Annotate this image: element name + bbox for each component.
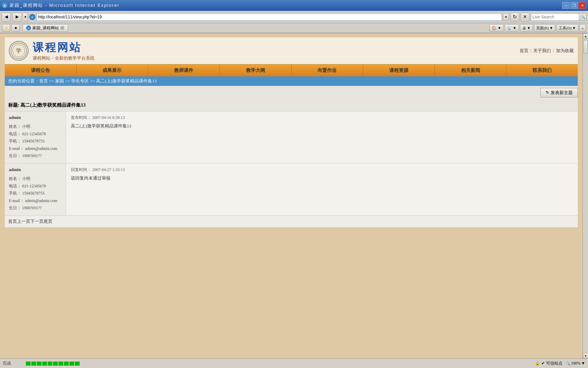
refresh-button[interactable]: ↻: [510, 13, 519, 21]
address-bar: ◀ ▶ ▼ e ▼ ↻ ✕ 🔍: [0, 11, 588, 23]
add-favorites-button[interactable]: ★: [2, 24, 10, 32]
tools-button[interactable]: 工具(O) ▼: [556, 24, 578, 32]
pagination: 首页上一页下一页尾页: [5, 216, 578, 227]
phone-label: 电话：: [9, 132, 21, 136]
nav-item-syllabus[interactable]: 教学大纲: [220, 65, 292, 76]
address-input[interactable]: [36, 13, 502, 21]
progress-bar: [26, 362, 80, 366]
nav-item-announcement[interactable]: 课程公告: [5, 65, 77, 76]
post-reply-meta: 回复时间： 2007-04-27 1:33:13: [71, 167, 573, 173]
post-btn-row: ✎ 发表新主题: [5, 86, 578, 99]
search-button[interactable]: 🔍: [579, 14, 586, 20]
favorites-bar: ★ ★ e 家园_课程网站 × 🏠 ▼ 📡 ▼ 🖨 ▼ 页面(E) ▼ 工具(O…: [0, 23, 588, 33]
home-link[interactable]: 首页: [520, 48, 528, 54]
tab-icon: e: [26, 26, 31, 30]
search-input[interactable]: [531, 14, 579, 20]
window-title: 家园_课程网站 - Microsoft Internet Explorer: [10, 2, 119, 9]
minimize-button[interactable]: ─: [562, 2, 570, 9]
search-wrap: 🔍: [531, 13, 587, 21]
author-mobile-row-2: 手机： 15945678755: [9, 190, 62, 197]
window-controls: ─ ❐ ✕: [562, 2, 586, 9]
favorites-menu-button[interactable]: ★: [12, 24, 20, 32]
checkmark-icon: ✔: [541, 361, 545, 366]
close-button[interactable]: ✕: [578, 2, 586, 9]
post-publish-meta: 发布时间： 2007-04-16 8:39:13: [71, 115, 573, 121]
stop-button[interactable]: ✕: [521, 13, 529, 21]
author-name-value-2: 小明: [22, 176, 30, 181]
tab-bar: e 家园_课程网站 ×: [22, 24, 488, 32]
zoom-control[interactable]: 🔍 100% ▼: [565, 361, 585, 366]
page-wrap: 学 课程网站 课程网站－全新的教学平台系统 首页 | 关于我们 | 加为收藏 课…: [0, 33, 583, 227]
bookmark-link[interactable]: 加为收藏: [556, 48, 574, 54]
nav-item-resources[interactable]: 课程资源: [363, 65, 435, 76]
nav-item-results[interactable]: 成果展示: [77, 65, 148, 76]
home-button[interactable]: 🏠 ▼: [489, 24, 504, 32]
address-field-wrap: e ▼: [29, 13, 509, 21]
post-author-col: admin 姓名： 小明 电话： 021-12345678 手机： 159456…: [5, 111, 66, 163]
browser-content: 学 课程网站 课程网站－全新的教学平台系统 首页 | 关于我们 | 加为收藏 课…: [0, 33, 588, 358]
back-button[interactable]: ◀: [1, 13, 11, 21]
status-right: 🔒 ✔ 可信站点 🔍 100% ▼: [535, 361, 585, 366]
restore-button[interactable]: ❐: [570, 2, 578, 9]
author-birthday-row: 生日： 1900?è01??: [9, 152, 62, 160]
trusted-site-label: 可信站点: [546, 361, 562, 366]
post-icon: ✎: [545, 90, 549, 95]
nav-item-teacher[interactable]: 教师课件: [148, 65, 220, 76]
toolbar-right: 🏠 ▼ 📡 ▼ 🖨 ▼ 页面(E) ▼ 工具(O) ▼ »: [489, 24, 586, 32]
favorites-icon: ★: [14, 26, 18, 31]
nav-dropdown[interactable]: ▼: [23, 13, 28, 21]
scroll-down-button[interactable]: ▼: [583, 353, 588, 358]
tab-label: 家园_课程网站: [32, 25, 59, 31]
publish-label: 发布时间：: [71, 115, 91, 120]
author-phone-row: 电话： 021-12345678: [9, 131, 62, 138]
page-button[interactable]: 页面(E) ▼: [534, 24, 555, 32]
title-bar-left: e 家园_课程网站 - Microsoft Internet Explorer: [2, 2, 119, 9]
author-info-2: 姓名： 小明 电话： 021-12345678 手机： 15945678755 …: [9, 175, 62, 212]
post-btn-label: 发表新主题: [551, 90, 573, 96]
article-title-bar: 标题: 高二(上)数学获奖精品课件集13: [5, 99, 578, 111]
star-icon: ★: [4, 26, 8, 31]
browser-tab[interactable]: e 家园_课程网站 ×: [22, 24, 68, 32]
nav-item-homework[interactable]: 布置作业: [292, 65, 363, 76]
post-new-topic-button[interactable]: ✎ 发表新主题: [540, 88, 578, 97]
scroll-up-button[interactable]: ▲: [583, 33, 588, 39]
svg-text:学: 学: [16, 48, 21, 53]
address-dropdown-button[interactable]: ▼: [503, 13, 509, 21]
print-button[interactable]: 🖨 ▼: [520, 24, 533, 32]
post-author-name: admin: [9, 115, 62, 120]
author-name-row: 姓名： 小明: [9, 123, 62, 131]
tab-close-button[interactable]: ×: [60, 26, 64, 30]
status-text: 完成: [3, 361, 23, 366]
post-text: 高二(上)激学获奖精品课件集13: [71, 123, 573, 130]
post-entry: admin 姓名： 小明 电话： 021-12345678 手机： 159456…: [5, 164, 578, 216]
author-email-row: E-mail： admin@admin.com: [9, 145, 62, 153]
title-bar: e 家园_课程网站 - Microsoft Internet Explorer …: [0, 0, 588, 11]
trusted-site: 🔒 ✔ 可信站点: [535, 361, 562, 366]
rss-button[interactable]: 📡 ▼: [505, 24, 519, 32]
author-phone-value-2: 021-12345678: [22, 184, 46, 188]
phone-label-2: 电话：: [9, 184, 21, 188]
author-info: 姓名： 小明 电话： 021-12345678 手机： 15945678755 …: [9, 123, 62, 160]
author-email-value: admin@admin.com: [25, 146, 58, 151]
publish-time: 2007-04-16 8:39:13: [92, 115, 125, 120]
nav-item-news[interactable]: 相关新闻: [435, 65, 507, 76]
tools-button-label: 工具(O): [559, 26, 571, 31]
scrollbar[interactable]: ▲ ▼: [583, 33, 588, 358]
post-text-2: 该回复尚未通过审核: [71, 175, 573, 182]
author-birthday-row-2: 生日： 1900?è01??: [9, 204, 62, 212]
zoom-label: 100%: [571, 361, 581, 366]
mobile-label: 手机：: [9, 139, 21, 143]
ie-logo-icon: e: [29, 14, 35, 20]
pagination-text: 首页上一页下一页尾页: [8, 219, 52, 224]
more-button[interactable]: »: [579, 24, 586, 32]
email-label-2: E-mail：: [9, 198, 24, 203]
birthday-label: 生日：: [9, 153, 21, 158]
zoom-icon: 🔍: [565, 361, 570, 366]
status-bar: 完成 🔒 ✔ 可信站点 🔍 100% ▼: [0, 358, 588, 368]
scroll-thumb[interactable]: [584, 40, 588, 54]
about-link[interactable]: 关于我们: [533, 48, 551, 54]
forward-button[interactable]: ▶: [12, 13, 22, 21]
nav-item-contact[interactable]: 联系我们: [506, 65, 578, 76]
site-title-wrap: 课程网站 课程网站－全新的教学平台系统: [33, 40, 95, 61]
author-name-value: 小明: [22, 124, 30, 129]
